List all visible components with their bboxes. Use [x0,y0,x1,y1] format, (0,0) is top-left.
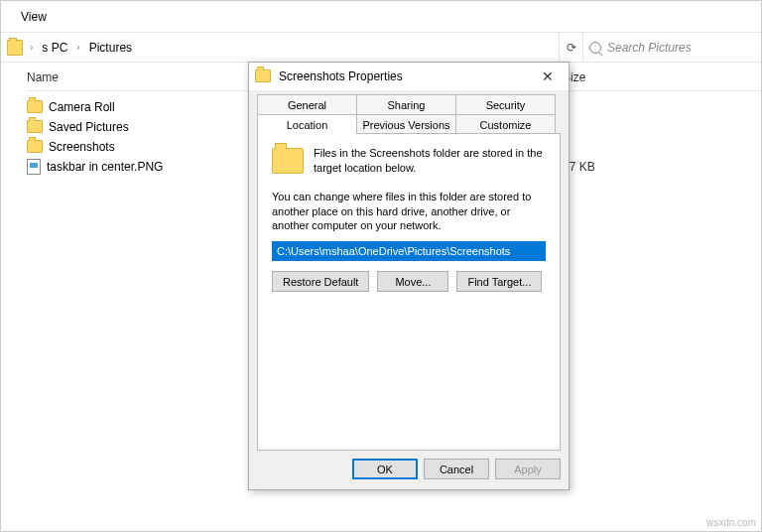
restore-default-button[interactable]: Restore Default [272,271,369,292]
chevron-right-icon: › [27,42,36,53]
ribbon-tab-view[interactable]: View [21,10,47,24]
tab-location[interactable]: Location [257,114,357,134]
move-button[interactable]: Move... [377,271,448,292]
ok-button[interactable]: OK [352,459,418,479]
cancel-button[interactable]: Cancel [424,459,489,479]
search-input[interactable]: Search Pictures [582,33,761,62]
dialog-title: Screenshots Properties [279,69,403,83]
folder-icon [27,120,43,133]
address-bar[interactable]: › s PC › Pictures [1,40,559,56]
tab-sharing[interactable]: Sharing [356,94,456,114]
dialog-button-row: OK Cancel Apply [249,459,569,489]
search-placeholder: Search Pictures [607,41,692,55]
image-file-icon [27,159,41,175]
tab-body: Files in the Screenshots folder are stor… [257,133,561,451]
location-description-2: You can change where files in this folde… [272,190,546,234]
refresh-icon: ⟳ [567,41,576,55]
folder-large-icon [272,148,304,174]
tab-general[interactable]: General [257,94,357,114]
file-name: taskbar in center.PNG [47,160,163,174]
close-icon: ✕ [542,68,554,84]
apply-button[interactable]: Apply [495,459,561,479]
chevron-right-icon: › [73,42,82,53]
column-size[interactable]: Size [563,70,662,84]
dialog-titlebar[interactable]: Screenshots Properties ✕ [249,63,569,90]
breadcrumb-item[interactable]: s PC [40,41,69,55]
tab-customize[interactable]: Customize [455,114,556,134]
folder-icon [7,40,23,56]
folder-icon [27,140,43,153]
find-target-button[interactable]: Find Target... [456,271,542,292]
folder-icon [255,69,271,82]
refresh-button[interactable]: ⟳ [559,33,582,62]
folder-icon [27,100,43,113]
location-description-1: Files in the Screenshots folder are stor… [314,146,546,176]
tab-strip: General Sharing Security Location Previo… [249,90,569,134]
file-name: Screenshots [49,140,115,154]
close-button[interactable]: ✕ [533,66,563,87]
breadcrumb-item[interactable]: Pictures [87,41,134,55]
file-size: 27 KB [563,160,662,174]
watermark: wsxdn.com [706,517,756,528]
location-path-input[interactable] [272,241,546,261]
tab-security[interactable]: Security [455,94,556,114]
file-name: Saved Pictures [49,120,129,134]
ribbon: View [1,1,761,33]
address-row: › s PC › Pictures ⟳ Search Pictures [1,33,761,63]
file-name: Camera Roll [49,100,115,114]
location-button-row: Restore Default Move... Find Target... [272,271,546,292]
search-icon [589,42,601,54]
properties-dialog: Screenshots Properties ✕ General Sharing… [248,62,570,490]
tab-previous-versions[interactable]: Previous Versions [356,114,456,134]
